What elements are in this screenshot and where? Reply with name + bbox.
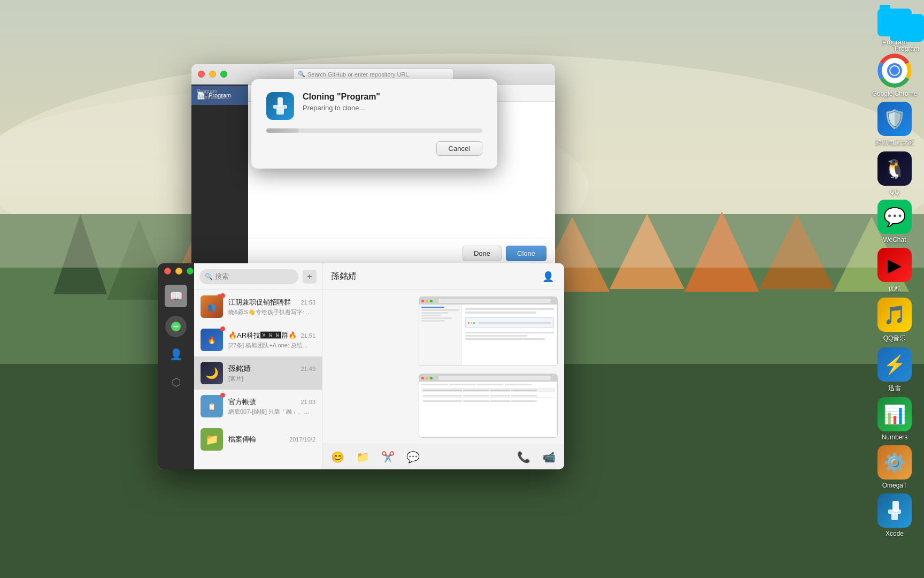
wechat-chat-list: 🔍 搜索 + 👥 江阴兼职促销招聘群 21:53 晓&孬S👋专给孩子扒着写字: … — [194, 263, 322, 469]
desktop-icon-youku[interactable]: ▶ 优酷 — [871, 246, 919, 295]
wechat-traffic-lights — [164, 268, 194, 275]
wechat-minimize[interactable] — [175, 268, 182, 275]
svg-rect-28 — [276, 108, 284, 115]
progress-bar-container — [266, 128, 482, 133]
chat-item-5[interactable]: 📁 檔案傳輸 2017/10/2 — [194, 423, 322, 456]
wechat-search-input[interactable]: 🔍 搜索 — [199, 269, 298, 284]
chat-name-3: 孫銘婧 — [228, 364, 251, 374]
chat-item-2[interactable]: 🔥 🔥AR科技🆇🆆🆆群🔥 21:51 [27条] 杨旭团队+A one: 总结.… — [194, 323, 322, 356]
wechat-window: 📖 👤 ⬡ 🔍 搜索 + — [158, 263, 564, 469]
chat-item-1[interactable]: 👥 江阴兼职促销招聘群 21:53 晓&孬S👋专给孩子扒着写字: 有说... — [194, 290, 322, 323]
chat-time-4: 21:03 — [301, 399, 315, 405]
wechat-maximize[interactable] — [187, 268, 194, 275]
chat-avatar-2: 🔥 — [201, 329, 223, 351]
chat-header: 孫銘婧 👤 — [322, 263, 564, 290]
wechat-nav-contacts[interactable]: 👤 — [165, 344, 187, 365]
svg-point-31 — [175, 326, 177, 328]
chat-time-2: 21:51 — [301, 332, 315, 339]
chat-preview-3: [素片] — [228, 375, 315, 383]
wechat-search-area: 🔍 搜索 + — [194, 263, 322, 290]
wechat-nav-more[interactable]: ⬡ — [165, 371, 187, 393]
chat-avatar-4: 📋 — [201, 395, 223, 417]
wechat-icon-label: WeChat — [883, 236, 906, 244]
chat-preview-2: [27条] 杨旭团队+A one: 总结... — [228, 341, 315, 349]
progress-bar-fill — [266, 128, 299, 133]
chat-name-5: 檔案傳輸 — [228, 435, 256, 444]
svg-point-30 — [174, 326, 175, 328]
chat-info-icon[interactable]: 👤 — [541, 269, 556, 284]
svg-rect-25 — [891, 513, 898, 520]
cancel-button[interactable]: Cancel — [436, 141, 482, 156]
sidebar-title: Program (MemoriesB... — [191, 85, 248, 104]
qqmusic-icon-label: QQ音乐 — [883, 334, 906, 343]
tencent-icon-label: 腾讯电脑管家 — [875, 138, 914, 147]
chat-name-1: 江阴兼职促销招聘群 — [228, 298, 291, 307]
current-chat-name: 孫銘婧 — [331, 271, 357, 282]
desktop-icon-omegat[interactable]: ⚙️ OmegaT — [871, 443, 919, 491]
desktop-icon-numbers[interactable]: 📊 Numbers — [871, 395, 919, 443]
clone-dialog: Cloning "Program" Preparing to clone... … — [251, 79, 497, 169]
chat-message-screenshot-1 — [419, 296, 558, 366]
toolbar-folder-icon[interactable]: 📁 — [356, 451, 369, 463]
xcode-icon-label: Xcode — [886, 530, 904, 537]
wechat-add-button[interactable]: + — [303, 270, 317, 284]
done-button[interactable]: Done — [463, 246, 502, 261]
wechat-chat-main: 孫銘婧 👤 — [322, 263, 564, 469]
svg-point-22 — [890, 66, 899, 75]
chat-item-3[interactable]: 🌙 孫銘婧 21:49 [素片] — [194, 356, 322, 390]
toolbar-phone-icon[interactable]: 📞 — [517, 451, 530, 463]
chat-toolbar: 😊 📁 ✂️ 💬 📞 📹 — [322, 444, 564, 469]
maximize-button[interactable] — [220, 71, 227, 78]
chrome-icon-label: Google Chrome — [872, 90, 918, 97]
wechat-nav-chat[interactable] — [165, 316, 187, 337]
github-sidebar: 📄 Program Program (MemoriesB... — [191, 85, 248, 268]
svg-rect-27 — [273, 105, 287, 109]
chat-name-2: 🔥AR科技🆇🆆🆆群🔥 — [228, 331, 297, 340]
chat-name-4: 官方帳號 — [228, 397, 256, 407]
xunlei-icon-label: 迅雷 — [888, 384, 901, 393]
wechat-avatar[interactable]: 📖 — [165, 285, 187, 307]
chat-avatar-1: 👥 — [201, 295, 223, 318]
program-icon-label: Program — [882, 39, 907, 46]
desktop-icon-chrome[interactable]: Google Chrome — [871, 51, 919, 100]
chat-avatar-5: 📁 — [201, 428, 223, 451]
toolbar-video-icon[interactable]: 📹 — [542, 451, 556, 463]
desktop-icon-tencent[interactable]: 🛡️ 腾讯电脑管家 — [871, 100, 919, 149]
toolbar-scissors-icon[interactable]: ✂️ — [381, 451, 395, 463]
minimize-button[interactable] — [209, 71, 216, 78]
chat-item-4[interactable]: 📋 官方帳號 21:03 網底007-[鏈接] 只靠「融」、它绝对不... — [194, 390, 322, 423]
chat-time-1: 21:53 — [301, 299, 315, 306]
chat-avatar-3: 🌙 — [201, 362, 223, 384]
search-placeholder: Search GitHub or enter repository URL — [307, 71, 409, 78]
toolbar-emoji-icon[interactable]: 😊 — [331, 451, 344, 463]
clone-dialog-title: Cloning "Program" — [303, 92, 380, 102]
desktop-icon-wechat[interactable]: 💬 WeChat — [871, 197, 919, 246]
chat-preview-1: 晓&孬S👋专给孩子扒着写字: 有说... — [228, 308, 315, 316]
youku-icon-label: 优酷 — [888, 284, 901, 293]
desktop-icon-qq[interactable]: 🐧 QQ — [871, 149, 919, 197]
numbers-icon-label: Numbers — [882, 434, 908, 441]
toolbar-chat-icon[interactable]: 💬 — [406, 451, 420, 463]
chat-messages — [322, 290, 564, 444]
clone-dialog-subtitle: Preparing to clone... — [303, 104, 380, 112]
wechat-search-placeholder: 搜索 — [215, 272, 229, 282]
desktop-icon-qqmusic[interactable]: 🎵 QQ音乐 — [871, 295, 919, 345]
desktop-icon-program[interactable]: Program — [871, 5, 919, 49]
desktop-icon-xunlei[interactable]: ⚡ 迅雷 — [871, 345, 919, 395]
wechat-close[interactable] — [164, 268, 171, 275]
clone-dialog-content: Cloning "Program" Preparing to clone... … — [266, 92, 482, 156]
chat-message-screenshot-2 — [419, 374, 558, 438]
chat-preview-4: 網底007-[鏈接] 只靠「融」、它绝对不... — [228, 408, 315, 416]
wechat-nav-sidebar: 📖 👤 ⬡ — [158, 263, 194, 469]
chat-time-5: 2017/10/2 — [289, 436, 315, 443]
chat-time-3: 21:49 — [301, 366, 315, 372]
svg-point-32 — [177, 326, 179, 328]
desktop-icon-xcode[interactable]: Xcode — [871, 491, 919, 539]
qq-icon-label: QQ — [890, 188, 900, 195]
clone-button[interactable]: Clone — [506, 246, 546, 261]
close-button[interactable] — [198, 71, 205, 78]
app-icon-in-dialog — [266, 92, 294, 120]
search-bar[interactable]: 🔍 Search GitHub or enter repository URL — [293, 69, 453, 80]
omegat-icon-label: OmegaT — [882, 482, 907, 489]
